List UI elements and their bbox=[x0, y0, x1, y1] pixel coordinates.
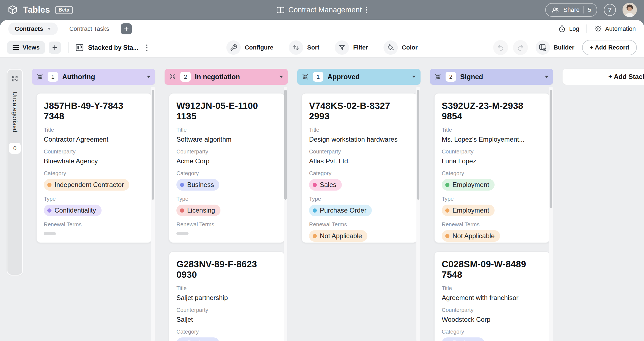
sort-label: Sort bbox=[307, 44, 319, 51]
field-label: Counterparty bbox=[442, 307, 542, 313]
add-view-button[interactable] bbox=[49, 42, 61, 54]
add-stack-button[interactable]: + Add Stack bbox=[563, 69, 644, 85]
collapse-icon[interactable] bbox=[169, 73, 176, 80]
record-card[interactable]: S392UZ-23-M-2938 9854 Title Ms. Lopez's … bbox=[434, 93, 550, 243]
record-card[interactable]: C028SM-09-W-8489 7548 Title Agreement wi… bbox=[434, 251, 550, 341]
divider bbox=[586, 24, 587, 33]
chip-dot bbox=[313, 208, 317, 213]
empty-value-placeholder bbox=[176, 232, 189, 235]
field-label: Counterparty bbox=[176, 307, 277, 313]
scrollbar-thumb[interactable] bbox=[152, 90, 154, 200]
collapse-icon[interactable] bbox=[434, 73, 441, 80]
field-label: Category bbox=[44, 170, 144, 177]
menu-lines-icon bbox=[12, 45, 19, 50]
share-button[interactable]: Share 5 bbox=[545, 3, 597, 17]
stack-header-in-negotiation[interactable]: 2 In negotiation bbox=[165, 69, 288, 85]
people-icon bbox=[551, 7, 560, 13]
field-value: Saljet bbox=[176, 316, 277, 323]
field-label: Type bbox=[176, 196, 277, 202]
log-button[interactable]: Log bbox=[558, 25, 579, 33]
uncategorized-stack[interactable]: Uncategorised 0 bbox=[7, 69, 23, 276]
tabs-right-group: Log Automation bbox=[558, 24, 636, 33]
share-count-badge: 5 bbox=[588, 6, 591, 13]
caret-down-icon[interactable] bbox=[544, 75, 549, 78]
app-logo-cube-icon[interactable] bbox=[7, 4, 18, 15]
renewal-chip: Not Applicable bbox=[442, 230, 500, 242]
workspace-kebab-icon[interactable] bbox=[365, 6, 368, 14]
field-value: Bluewhale Agency bbox=[44, 157, 144, 165]
record-card[interactable]: J857HB-49-Y-7843 7348 Title Contractor A… bbox=[36, 93, 152, 243]
field-label: Counterparty bbox=[176, 148, 277, 155]
stack-count-badge: 2 bbox=[180, 72, 191, 82]
view-toolbar: Views Stacked by Sta... bbox=[0, 38, 644, 58]
category-chip: Independent Contractor bbox=[44, 179, 129, 191]
configure-button[interactable]: Configure bbox=[226, 40, 273, 55]
category-chip: Business bbox=[442, 337, 485, 341]
tab-contracts[interactable]: Contracts bbox=[8, 23, 58, 35]
field-value: Contractor Agreement bbox=[44, 136, 144, 143]
field-label: Title bbox=[442, 127, 542, 133]
filter-button[interactable]: Filter bbox=[335, 40, 368, 55]
field-label: Title bbox=[442, 285, 542, 292]
add-table-button[interactable] bbox=[121, 23, 132, 34]
stack-scrollbar[interactable] bbox=[284, 87, 287, 341]
workspace-title-group[interactable]: Contract Management bbox=[276, 0, 367, 20]
sort-arrows-icon bbox=[289, 40, 303, 55]
stack-header-approved[interactable]: 1 Approved bbox=[297, 69, 421, 85]
redo-button[interactable] bbox=[513, 40, 528, 55]
stack-header-signed[interactable]: 2 Signed bbox=[430, 69, 553, 85]
share-label: Share bbox=[563, 6, 580, 13]
stack-scrollbar[interactable] bbox=[151, 87, 155, 341]
field-label: Category bbox=[442, 329, 542, 335]
sort-button[interactable]: Sort bbox=[289, 40, 319, 55]
top-bar-left: Tables Beta bbox=[7, 4, 73, 15]
field-value: Agreement with franchisor bbox=[442, 294, 542, 302]
collapse-icon[interactable] bbox=[36, 73, 43, 80]
filter-label: Filter bbox=[353, 44, 368, 51]
add-record-button[interactable]: + Add Record bbox=[582, 40, 637, 55]
record-id: J857HB-49-Y-7843 7348 bbox=[44, 101, 144, 122]
field-value: Acme Corp bbox=[176, 157, 277, 165]
field-value: Software algorithm bbox=[176, 136, 277, 143]
record-id: V748KS-02-B-8327 2993 bbox=[309, 101, 410, 122]
tab-contracts-label: Contracts bbox=[15, 25, 43, 32]
record-card[interactable]: G283NV-89-F-8623 0930 Title Saljet partn… bbox=[169, 251, 285, 341]
share-divider bbox=[583, 6, 584, 13]
field-label: Title bbox=[44, 127, 144, 133]
stack-header-authoring[interactable]: 1 Authoring bbox=[32, 69, 155, 85]
beta-badge: Beta bbox=[55, 6, 73, 14]
scrollbar-thumb[interactable] bbox=[284, 90, 287, 200]
scrollbar-thumb[interactable] bbox=[550, 90, 552, 208]
record-card[interactable]: V748KS-02-B-8327 2993 Title Design works… bbox=[301, 93, 417, 243]
record-card[interactable]: W912JN-05-E-1100 1135 Title Software alg… bbox=[169, 93, 285, 243]
expand-icon[interactable] bbox=[11, 75, 18, 82]
history-clock-icon bbox=[558, 25, 566, 33]
app-root: Tables Beta Contract Management bbox=[0, 0, 644, 341]
help-icon[interactable]: ? bbox=[604, 4, 616, 16]
caret-down-icon[interactable] bbox=[412, 75, 416, 78]
view-kebab-icon[interactable] bbox=[146, 44, 148, 51]
field-value: Atlas Pvt. Ltd. bbox=[309, 157, 410, 165]
collapse-icon[interactable] bbox=[302, 73, 309, 80]
scrollbar-thumb[interactable] bbox=[417, 90, 419, 200]
chip-dot bbox=[313, 183, 317, 187]
automation-gear-icon bbox=[594, 25, 602, 33]
color-button[interactable]: Color bbox=[383, 40, 417, 55]
stack-approved: 1 Approved V748KS-02-B-8327 2993 Title D… bbox=[297, 69, 421, 341]
stack-count-badge: 2 bbox=[446, 72, 456, 82]
current-view[interactable]: Stacked by Sta... bbox=[76, 44, 148, 51]
stack-scrollbar[interactable] bbox=[416, 87, 420, 341]
caret-down-icon[interactable] bbox=[146, 75, 151, 78]
chip-dot bbox=[445, 234, 449, 238]
automation-button[interactable]: Automation bbox=[594, 25, 636, 33]
avatar[interactable] bbox=[623, 3, 637, 17]
field-value: Design workstation hardwares bbox=[309, 136, 410, 143]
stack-scrollbar[interactable] bbox=[549, 87, 553, 341]
tab-contract-tasks[interactable]: Contract Tasks bbox=[69, 25, 109, 32]
undo-button[interactable] bbox=[493, 40, 508, 55]
caret-down-icon[interactable] bbox=[279, 75, 283, 78]
stack-in-negotiation: 2 In negotiation W912JN-05-E-1100 1135 T… bbox=[165, 69, 288, 341]
builder-button[interactable]: Builder bbox=[536, 40, 574, 55]
views-button[interactable]: Views bbox=[7, 41, 45, 54]
stack-name: In negotiation bbox=[195, 73, 240, 81]
